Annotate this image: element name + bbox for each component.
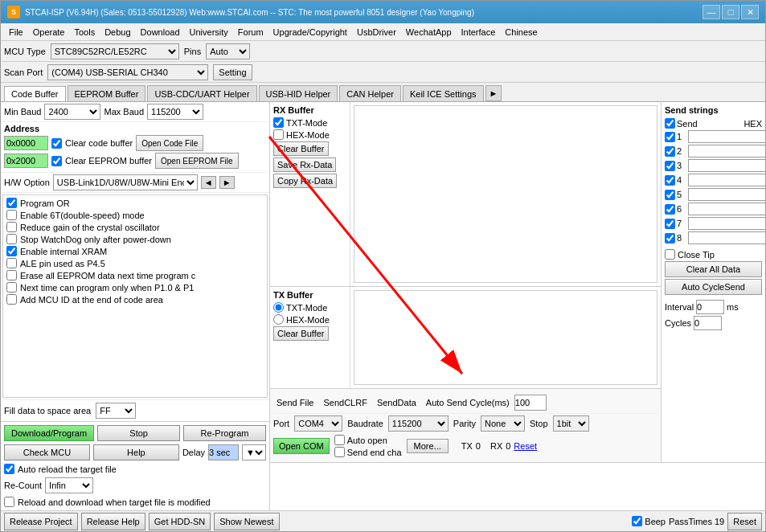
fill-data-select[interactable]: FF bbox=[96, 403, 136, 419]
menu-operate[interactable]: Operate bbox=[28, 26, 70, 39]
reset-link[interactable]: Reset bbox=[514, 441, 537, 451]
release-help-button[interactable]: Release Help bbox=[81, 513, 145, 530]
tx-hex-mode-radio[interactable] bbox=[273, 314, 284, 325]
send-7-input[interactable] bbox=[688, 217, 765, 230]
beep-checkbox[interactable] bbox=[632, 516, 642, 526]
rx-save-button[interactable]: Save Rx-Data bbox=[273, 158, 336, 172]
hw-arrow-right[interactable]: ► bbox=[219, 176, 235, 189]
stop-select[interactable]: 1bit bbox=[553, 415, 589, 432]
send-5-input[interactable] bbox=[688, 188, 765, 201]
max-baud-select[interactable]: 115200 bbox=[147, 104, 203, 120]
hw-option-select[interactable]: USB-Link1D/U8W/U8W-Mini Encrypti bbox=[53, 174, 198, 190]
send-8-checkbox[interactable] bbox=[665, 233, 675, 243]
hw-arrow-left[interactable]: ◄ bbox=[201, 176, 216, 189]
get-hdd-sn-button[interactable]: Get HDD-SN bbox=[149, 513, 211, 530]
stop-button[interactable]: Stop bbox=[97, 425, 180, 441]
next-program-checkbox[interactable] bbox=[6, 282, 17, 293]
delay-unit-select[interactable]: ▼ bbox=[242, 444, 266, 460]
setting-button[interactable]: Setting bbox=[213, 64, 252, 80]
rx-clear-button[interactable]: Clear Buffer bbox=[273, 141, 329, 156]
check-mcu-button[interactable]: Check MCU bbox=[4, 444, 90, 460]
open-com-button[interactable]: Open COM bbox=[273, 438, 330, 454]
send-2-input[interactable] bbox=[688, 145, 765, 158]
clear-eeprom-checkbox[interactable] bbox=[51, 156, 62, 166]
program-or-checkbox[interactable] bbox=[6, 198, 17, 208]
send-end-checkbox[interactable] bbox=[334, 447, 345, 457]
send-5-checkbox[interactable] bbox=[665, 190, 675, 200]
tab-usb-cdc[interactable]: USB-CDC/UART Helper bbox=[147, 85, 256, 101]
erase-eeprom-checkbox[interactable] bbox=[6, 270, 17, 280]
add-mcu-id-checkbox[interactable] bbox=[6, 294, 17, 305]
menu-usbdriver[interactable]: UsbDriver bbox=[352, 26, 401, 39]
6t-mode-checkbox[interactable] bbox=[6, 210, 17, 220]
rx-copy-button[interactable]: Copy Rx-Data bbox=[273, 174, 337, 188]
menu-forum[interactable]: Forum bbox=[233, 26, 268, 39]
clear-code-checkbox[interactable] bbox=[51, 138, 62, 149]
address-input-1[interactable] bbox=[4, 136, 48, 150]
reprogram-button[interactable]: Re-Program bbox=[183, 425, 266, 441]
min-baud-select[interactable]: 2400 bbox=[44, 104, 100, 120]
maximize-button[interactable]: □ bbox=[722, 5, 739, 19]
cycles-input[interactable] bbox=[694, 316, 722, 330]
tab-code-buffer[interactable]: Code Buffer bbox=[4, 86, 66, 102]
download-program-button[interactable]: Download/Program bbox=[4, 425, 94, 441]
menu-upgrade[interactable]: Upgrade/Copyright bbox=[268, 26, 352, 39]
baudrate-select[interactable]: 115200 bbox=[388, 415, 449, 432]
menu-file[interactable]: File bbox=[4, 26, 28, 39]
clear-all-button[interactable]: Clear All Data bbox=[665, 261, 762, 277]
auto-open-checkbox[interactable] bbox=[334, 435, 345, 445]
tab-eeprom-buffer[interactable]: EEPROM Buffer bbox=[68, 85, 146, 101]
send-4-input[interactable] bbox=[688, 174, 765, 186]
parity-select[interactable]: None bbox=[481, 415, 525, 432]
tx-txt-mode-radio[interactable] bbox=[273, 302, 284, 313]
reset-button[interactable]: Reset bbox=[727, 513, 762, 530]
send-8-input[interactable] bbox=[688, 231, 765, 244]
reload-modified-checkbox[interactable] bbox=[4, 497, 14, 507]
address-input-2[interactable] bbox=[4, 153, 48, 168]
help-button[interactable]: Help bbox=[93, 444, 179, 460]
send-main-checkbox[interactable] bbox=[665, 118, 675, 129]
release-project-button[interactable]: Release Project bbox=[4, 513, 78, 530]
recount-select[interactable]: Infin bbox=[45, 477, 93, 493]
open-code-button[interactable]: Open Code File bbox=[136, 135, 203, 151]
menu-download[interactable]: Download bbox=[136, 26, 185, 39]
menu-chinese[interactable]: Chinese bbox=[500, 26, 542, 39]
menu-debug[interactable]: Debug bbox=[100, 26, 135, 39]
mcu-type-select[interactable]: STC89C52RC/LE52RC bbox=[51, 43, 179, 59]
auto-send-input[interactable] bbox=[514, 395, 547, 411]
tab-arrow[interactable]: ► bbox=[485, 85, 502, 101]
tx-clear-button[interactable]: Clear Buffer bbox=[273, 326, 329, 341]
internal-xram-checkbox[interactable] bbox=[6, 246, 17, 256]
menu-interface[interactable]: Interface bbox=[457, 26, 501, 39]
menu-wechatapp[interactable]: WechatApp bbox=[401, 26, 457, 39]
send-2-checkbox[interactable] bbox=[665, 146, 675, 157]
auto-cycle-button[interactable]: Auto CycleSend bbox=[665, 279, 762, 295]
stop-watchdog-checkbox[interactable] bbox=[6, 234, 17, 244]
send-1-input[interactable] bbox=[688, 130, 765, 143]
reduce-crystal-checkbox[interactable] bbox=[6, 222, 17, 232]
send-3-input[interactable] bbox=[688, 159, 765, 172]
ale-p45-checkbox[interactable] bbox=[6, 258, 17, 268]
show-newest-button[interactable]: Show Newest bbox=[214, 513, 279, 530]
menu-tools[interactable]: Tools bbox=[69, 26, 100, 39]
tab-can-helper[interactable]: CAN Helper bbox=[339, 85, 401, 101]
send-4-checkbox[interactable] bbox=[665, 175, 675, 186]
tab-usb-hid[interactable]: USB-HID Helper bbox=[259, 85, 338, 101]
close-tip-checkbox[interactable] bbox=[665, 249, 675, 260]
open-eeprom-button[interactable]: Open EEPROM File bbox=[155, 153, 238, 169]
delay-input[interactable] bbox=[208, 444, 239, 460]
scan-port-select[interactable]: (COM4) USB-SERIAL CH340 bbox=[47, 64, 208, 80]
port-select[interactable]: COM4 bbox=[294, 415, 342, 432]
interval-input[interactable] bbox=[696, 300, 724, 314]
send-6-input[interactable] bbox=[688, 203, 765, 215]
pins-select[interactable]: Auto bbox=[206, 43, 250, 59]
more-button[interactable]: More... bbox=[407, 439, 449, 453]
close-button[interactable]: ✕ bbox=[741, 5, 759, 19]
rx-hex-mode-checkbox[interactable] bbox=[273, 129, 284, 140]
menu-university[interactable]: University bbox=[185, 26, 233, 39]
send-3-checkbox[interactable] bbox=[665, 161, 675, 171]
tab-keil-ice[interactable]: Keil ICE Settings bbox=[403, 85, 484, 101]
rx-txt-mode-checkbox[interactable] bbox=[273, 117, 284, 128]
send-1-checkbox[interactable] bbox=[665, 132, 675, 142]
send-6-checkbox[interactable] bbox=[665, 204, 675, 215]
